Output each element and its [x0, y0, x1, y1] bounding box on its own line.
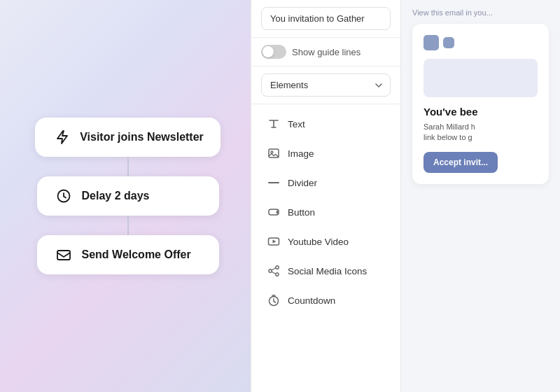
element-text[interactable]: Text: [257, 110, 395, 138]
element-social-label: Social Media Icons: [288, 266, 367, 276]
node-delay[interactable]: Delay 2 days: [37, 176, 219, 216]
svg-point-7: [276, 266, 279, 269]
email-heading: You've bee: [424, 106, 538, 118]
email-preview-panel: View this email in you... You've bee Sar…: [401, 0, 560, 392]
element-image[interactable]: Image: [257, 139, 395, 167]
elements-dropdown[interactable]: Elements Blocks Layout: [261, 74, 391, 97]
element-countdown[interactable]: Countdown: [257, 286, 395, 314]
text-icon: [267, 117, 281, 131]
logo-square-large: [424, 35, 439, 50]
button-icon: [267, 205, 281, 219]
video-icon: [267, 234, 281, 248]
email-preview: View this email in you... You've bee Sar…: [401, 0, 560, 184]
social-icon: [267, 264, 281, 278]
subject-bar: [251, 0, 400, 38]
email-banner: [424, 59, 538, 97]
element-youtube-label: Youtube Video: [288, 237, 349, 247]
email-cta-button[interactable]: Accept invit...: [424, 152, 498, 173]
element-button-label: Button: [288, 207, 315, 218]
svg-point-3: [271, 151, 273, 153]
elements-list: Text Image Divider: [251, 104, 400, 392]
element-button[interactable]: Button: [257, 198, 395, 226]
email-icon: [54, 245, 74, 265]
bolt-icon: [52, 127, 71, 147]
element-text-label: Text: [288, 119, 305, 130]
element-social-media[interactable]: Social Media Icons: [257, 257, 395, 285]
divider-icon: [267, 176, 281, 190]
email-logo-row: [424, 35, 538, 50]
node-send-offer[interactable]: Send Welcome Offer: [37, 235, 219, 274]
automation-flow-panel: Visitor joins Newsletter Delay 2 days Se…: [0, 0, 255, 392]
element-image-label: Image: [288, 148, 314, 159]
svg-rect-1: [57, 251, 70, 260]
logo-square-small: [443, 37, 454, 48]
node-visitor-joins-label: Visitor joins Newsletter: [80, 131, 204, 144]
connector-1: [127, 157, 129, 176]
element-divider[interactable]: Divider: [257, 169, 395, 197]
node-visitor-joins[interactable]: Visitor joins Newsletter: [35, 118, 220, 157]
countdown-icon: [267, 293, 281, 307]
clock-icon: [54, 186, 74, 206]
guidelines-label: Show guide lines: [292, 47, 360, 57]
elements-dropdown-row: Elements Blocks Layout: [251, 66, 400, 104]
element-divider-label: Divider: [288, 178, 317, 188]
elements-panel: Show guide lines Elements Blocks Layout …: [251, 0, 401, 392]
connector-2: [127, 216, 129, 235]
email-card: You've bee Sarah Millard h link below to…: [412, 24, 549, 184]
email-body: Sarah Millard h link below to g: [424, 122, 538, 144]
element-countdown-label: Countdown: [288, 295, 335, 306]
svg-point-9: [276, 273, 279, 276]
subject-input[interactable]: [261, 7, 391, 30]
guidelines-row: Show guide lines: [251, 38, 400, 66]
element-youtube-video[interactable]: Youtube Video: [257, 227, 395, 255]
svg-point-8: [269, 270, 272, 272]
image-icon: [267, 146, 281, 160]
guidelines-toggle[interactable]: [261, 45, 286, 59]
node-delay-label: Delay 2 days: [82, 190, 150, 202]
preview-link-text: View this email in you...: [412, 8, 549, 17]
node-send-offer-label: Send Welcome Offer: [82, 248, 191, 261]
